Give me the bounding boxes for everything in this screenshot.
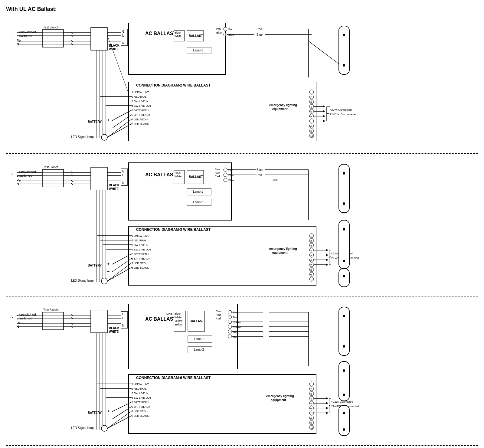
n-label: N xyxy=(122,41,124,45)
svg-point-264 xyxy=(343,369,345,372)
svg-text:5: 5 xyxy=(310,254,312,257)
rc-blue2-2: Blue xyxy=(228,179,234,182)
svg-text:1: 1 xyxy=(310,383,312,386)
t7: 7 LED RED + xyxy=(132,118,148,121)
svg-line-259 xyxy=(329,405,331,406)
svg-point-195 xyxy=(228,310,232,314)
ac-ballast-label-1: AC BALLAST xyxy=(145,31,176,36)
l-unswitched-1: L unswitched xyxy=(17,30,36,34)
svg-point-74 xyxy=(343,34,345,36)
minus-2: – xyxy=(107,269,110,273)
l-switched-3: L switched xyxy=(17,316,32,320)
diagram-3: L Test Switch xyxy=(6,299,478,439)
battery-label-1: BATTERY xyxy=(88,120,102,123)
svg-rect-185 xyxy=(91,310,107,333)
lamp1-label-1: Lamp 1 xyxy=(193,49,203,52)
black-3: BLACK xyxy=(109,326,120,330)
rc-yellow-3b: Yellow xyxy=(233,325,241,329)
minus-3: – xyxy=(107,417,110,421)
svg-point-65 xyxy=(323,106,325,107)
l-label-3: L xyxy=(11,315,13,318)
ballast-inner-3: BALLAST xyxy=(190,319,204,323)
red-3b: Red xyxy=(216,317,221,320)
tn4: 4 xyxy=(310,106,312,108)
emergency-3: emergency lighting xyxy=(266,394,294,398)
rc-yellow-3a: Yellow xyxy=(233,321,241,324)
svg-point-26 xyxy=(224,27,227,31)
l-unswitched-2: L unswitched xyxy=(17,170,36,174)
tn10: 10 xyxy=(310,135,313,137)
lamp1-3: Lamp 1 xyxy=(194,337,204,341)
svg-point-67 xyxy=(323,115,325,117)
svg-text:9: 9 xyxy=(310,422,312,424)
n-label-1: N xyxy=(17,42,19,46)
plus-1: + xyxy=(107,118,110,122)
equipment-label-1: equipment xyxy=(272,107,288,111)
svg-line-77 xyxy=(309,41,339,64)
tn5: 5 xyxy=(310,110,312,113)
l-label: L xyxy=(11,32,13,36)
svg-rect-36 xyxy=(129,82,316,141)
t2-2: 2 NEUTRAL xyxy=(132,239,147,242)
diagram-3-svg: L Test Switch xyxy=(6,299,478,439)
svg-point-265 xyxy=(343,394,345,396)
page: With UL AC Ballast: L Test Switch xyxy=(0,0,484,448)
plus-led-1: + xyxy=(112,133,114,137)
svg-point-153 xyxy=(326,254,328,256)
tn7: 7 xyxy=(310,120,312,123)
svg-text:2: 2 xyxy=(310,240,312,242)
svg-point-48 xyxy=(101,134,107,140)
svg-line-126 xyxy=(107,263,132,281)
t2-6: 6 BATT BLACK – xyxy=(132,257,152,260)
black-2: BLACK xyxy=(109,184,120,187)
diagram-2: L Test Switch xyxy=(6,157,478,293)
section-1: L Test Switch xyxy=(6,17,478,154)
svg-text:9: 9 xyxy=(310,273,312,276)
t3-3: 3 SW LIVE IN xyxy=(132,392,149,395)
t2-1: 1 UNSW. LIVE xyxy=(132,234,149,237)
led-signal-3: LED Signal lamp xyxy=(71,426,94,430)
equipment-2: equipment xyxy=(272,251,288,254)
t2-4: 4 SW LIVE OUT xyxy=(132,248,152,251)
svg-line-49 xyxy=(107,119,132,137)
l-gln-label: L xyxy=(122,34,124,37)
t3: 3 SW LIVE IN xyxy=(132,100,149,103)
svg-point-252 xyxy=(326,397,328,399)
svg-rect-172 xyxy=(42,312,64,330)
svg-text:6: 6 xyxy=(310,407,312,410)
svg-text:3: 3 xyxy=(310,244,312,247)
red-circle-label-1: Red xyxy=(228,28,234,31)
svg-point-68 xyxy=(323,120,325,122)
svg-point-105 xyxy=(224,168,227,172)
led-signal-2: LED Signal lamp xyxy=(71,279,94,282)
svg-rect-160 xyxy=(339,164,349,213)
test-switch-2: Test Switch xyxy=(43,165,59,169)
plus-led-2: + xyxy=(112,277,114,281)
t4: 4 SW LIVE OUT xyxy=(132,104,152,107)
svg-point-200 xyxy=(228,335,232,338)
t2-3: 3 SW LIVE IN xyxy=(132,244,149,247)
rc-red-3a: Red xyxy=(233,330,238,333)
svg-line-72 xyxy=(327,113,330,114)
rc-blue1-2: Blue xyxy=(228,174,234,177)
g-label: G xyxy=(122,30,125,33)
l-unswitched-3: L unswitched xyxy=(17,313,36,316)
w-black-3: Black xyxy=(175,312,182,315)
svg-rect-166 xyxy=(339,269,349,287)
svg-text:10: 10 xyxy=(310,278,313,281)
blue-r-2a: Blue xyxy=(215,168,220,171)
t3-7: 7 LED RED + xyxy=(132,410,148,413)
svg-point-152 xyxy=(326,249,328,251)
tn3: 3 xyxy=(310,101,312,103)
svg-text:10: 10 xyxy=(310,427,313,429)
svg-text:2: 2 xyxy=(310,388,312,391)
t5: 5 BATT RED + xyxy=(132,109,149,112)
svg-point-107 xyxy=(224,178,227,182)
n-3: N xyxy=(17,325,19,329)
svg-text:1: 1 xyxy=(310,235,312,237)
svg-point-164 xyxy=(343,228,345,231)
svg-text:7: 7 xyxy=(310,264,312,267)
svg-rect-95 xyxy=(91,167,107,190)
svg-point-268 xyxy=(343,428,345,431)
n2: N xyxy=(122,181,124,185)
